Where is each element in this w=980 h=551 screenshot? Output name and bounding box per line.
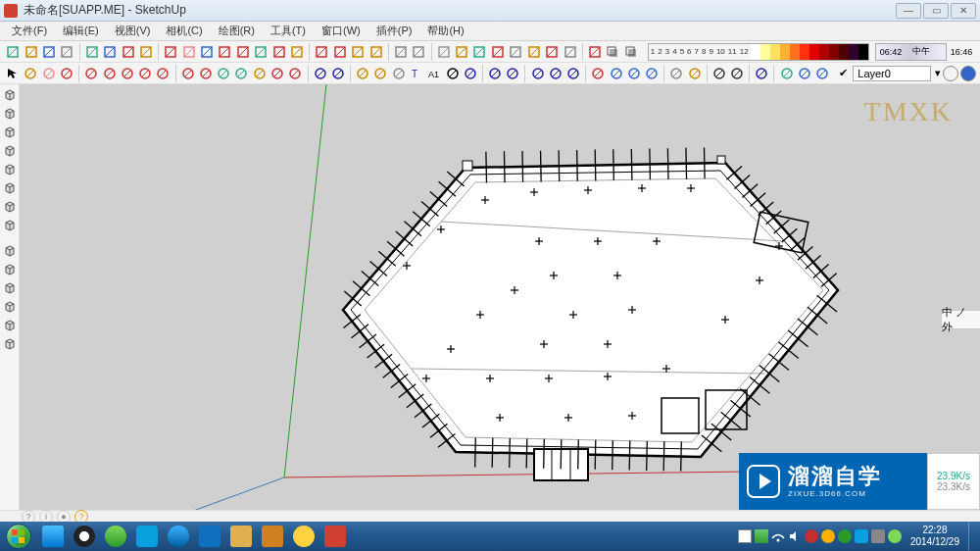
tray-network-icon[interactable] <box>755 529 768 543</box>
burst-icon[interactable] <box>198 65 214 82</box>
hline-tool-icon[interactable] <box>1 161 19 178</box>
task-app-3[interactable] <box>101 524 130 549</box>
cycle-icon[interactable] <box>233 65 249 82</box>
x-red-icon[interactable] <box>590 65 606 82</box>
layer-manager-icon[interactable] <box>960 66 976 81</box>
task-app-6[interactable] <box>195 524 224 549</box>
swatch-10[interactable] <box>849 44 858 60</box>
comp2-icon[interactable] <box>411 43 426 61</box>
tray-icon-7[interactable] <box>838 529 852 543</box>
window-tool-icon[interactable] <box>1 242 19 260</box>
striped-tool-icon[interactable] <box>1 179 19 197</box>
star-icon[interactable] <box>179 65 195 82</box>
task-app-10[interactable] <box>320 524 350 549</box>
shadow-off-icon[interactable] <box>605 43 620 61</box>
line-tool-icon[interactable] <box>1 142 19 160</box>
close-button[interactable]: ✕ <box>951 3 976 19</box>
box-icon[interactable] <box>350 43 366 61</box>
a1-icon[interactable]: A1 <box>426 65 442 82</box>
menu-tools[interactable]: 工具(T) <box>263 22 314 40</box>
walk-icon[interactable] <box>487 65 503 82</box>
cube3d-icon[interactable] <box>797 65 812 82</box>
cube-icon[interactable] <box>435 43 451 61</box>
swatch-6[interactable] <box>809 44 819 60</box>
rotate-icon[interactable] <box>235 43 251 61</box>
comp4-icon[interactable] <box>626 65 642 82</box>
freehand-icon[interactable] <box>155 65 171 82</box>
plane-icon[interactable] <box>454 43 469 61</box>
menu-view[interactable]: 视图(V) <box>107 22 159 40</box>
tape-icon[interactable] <box>289 43 305 61</box>
arc-icon[interactable] <box>138 43 154 61</box>
circle2-icon[interactable] <box>120 65 135 82</box>
check-icon[interactable] <box>314 43 329 61</box>
task-app-9[interactable] <box>289 524 318 549</box>
solid-tool-icon[interactable] <box>1 198 19 216</box>
swatch-5[interactable] <box>800 44 809 60</box>
tray-icon-10[interactable] <box>888 529 902 543</box>
follow-icon[interactable] <box>372 65 388 82</box>
cut-icon[interactable] <box>59 43 74 61</box>
tray-icon-9[interactable] <box>871 529 885 543</box>
feet-icon[interactable] <box>711 65 727 82</box>
viewport[interactable]: TMXK <box>20 84 980 510</box>
cube-tool-icon[interactable] <box>1 86 19 104</box>
section-icon[interactable] <box>562 43 577 61</box>
taskbar-clock[interactable]: 22:28 2014/12/29 <box>905 525 965 548</box>
menu-window[interactable]: 窗口(W) <box>314 22 368 40</box>
layer-input[interactable] <box>853 66 931 81</box>
task-app-7[interactable] <box>226 524 256 549</box>
tray-wifi-icon[interactable] <box>771 529 785 543</box>
rect2-icon[interactable] <box>101 65 117 82</box>
swatch-2[interactable] <box>770 44 780 60</box>
layer-visible-check[interactable]: ✔ <box>837 68 849 79</box>
show-desktop-button[interactable] <box>968 523 978 550</box>
lasso-icon[interactable] <box>23 65 38 82</box>
people-icon[interactable] <box>505 65 520 82</box>
column-tool-icon[interactable] <box>1 279 19 297</box>
swatch-0[interactable] <box>751 44 760 60</box>
comp-icon[interactable] <box>393 43 409 61</box>
tray-sound-icon[interactable] <box>788 529 802 543</box>
swatch-9[interactable] <box>839 44 849 60</box>
pushpull-icon[interactable] <box>199 43 215 61</box>
orbit-icon[interactable] <box>391 65 407 82</box>
box2-icon[interactable] <box>252 65 268 82</box>
line2-icon[interactable] <box>83 65 99 82</box>
swatch-4[interactable] <box>790 44 800 60</box>
eraser2-icon[interactable] <box>41 65 57 82</box>
layer-dropdown-icon[interactable]: ▾ <box>935 67 941 79</box>
x-icon[interactable] <box>332 43 348 61</box>
cylinder-icon[interactable] <box>508 43 523 61</box>
start-button[interactable] <box>0 522 37 551</box>
menu-edit[interactable]: 编辑(E) <box>55 22 107 40</box>
right-mini-toolbar[interactable]: 中 ノ 外 <box>941 310 980 329</box>
sphere-icon[interactable] <box>490 43 506 61</box>
tray-icon-8[interactable] <box>855 529 868 543</box>
face-tool-icon[interactable] <box>1 105 19 123</box>
target-icon[interactable] <box>687 65 703 82</box>
swatch-11[interactable] <box>858 44 868 60</box>
task-app-2[interactable] <box>70 524 99 549</box>
tray-icon-5[interactable] <box>805 529 818 543</box>
pencil-icon[interactable] <box>163 43 178 61</box>
edge-tool-icon[interactable] <box>1 124 19 141</box>
move-icon[interactable] <box>217 43 232 61</box>
scale-icon[interactable] <box>253 43 269 61</box>
task-app-1[interactable] <box>38 524 68 549</box>
layer-color-icon[interactable] <box>943 66 958 81</box>
zoomext-icon[interactable] <box>548 65 564 82</box>
swatch-3[interactable] <box>780 44 790 60</box>
door-tool-icon[interactable] <box>1 261 19 278</box>
maximize-button[interactable]: ▭ <box>923 3 949 19</box>
comp3-icon[interactable] <box>608 65 623 82</box>
menu-draw[interactable]: 绘图(R) <box>211 22 263 40</box>
cube3d2-icon[interactable] <box>814 65 830 82</box>
su-icon[interactable] <box>587 43 603 61</box>
tray-flag-icon[interactable] <box>738 529 752 543</box>
align-icon[interactable] <box>312 65 327 82</box>
text-icon[interactable]: T <box>409 65 424 82</box>
group-icon[interactable] <box>368 43 383 61</box>
pan-icon[interactable] <box>565 65 581 82</box>
line-icon[interactable] <box>84 43 100 61</box>
